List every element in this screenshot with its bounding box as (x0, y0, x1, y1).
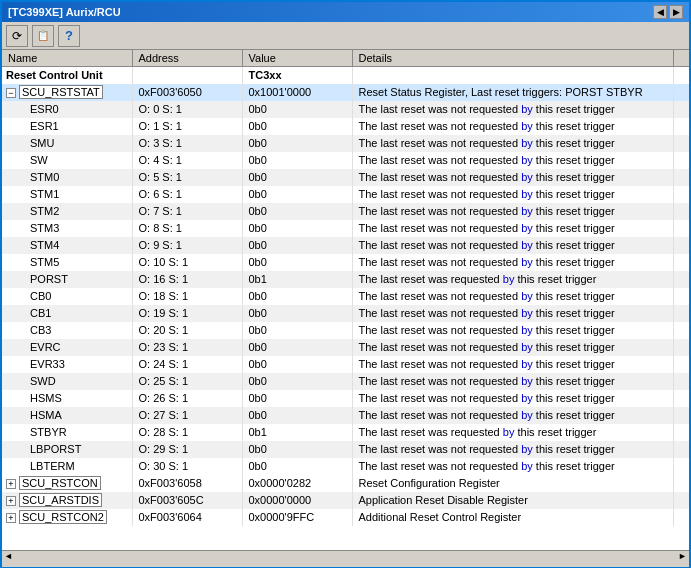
child-address: O: 23 S: 1 (132, 339, 242, 356)
child-spacer (673, 441, 689, 458)
child-value: 0b0 (242, 441, 352, 458)
table-row[interactable]: +SCU_RSTCON 0xF003'6058 0x0000'0282 Rese… (2, 475, 689, 492)
bottom-row-details: Additional Reset Control Register (352, 509, 673, 526)
group-address (132, 67, 242, 84)
table-row[interactable]: ESR0 O: 0 S: 1 0b0 The last reset was no… (2, 101, 689, 118)
child-name: SW (2, 152, 132, 169)
copy-button[interactable]: 📋 (32, 25, 54, 47)
help-button[interactable]: ? (58, 25, 80, 47)
table-row[interactable]: SWD O: 25 S: 1 0b0 The last reset was no… (2, 373, 689, 390)
header-address: Address (132, 50, 242, 67)
table-row[interactable]: CB1 O: 19 S: 1 0b0 The last reset was no… (2, 305, 689, 322)
scroll-right-icon[interactable]: ► (678, 551, 687, 561)
expand-icon[interactable]: + (6, 479, 16, 489)
by-text: by (521, 188, 533, 200)
scu-rststat-row[interactable]: −SCU_RSTSTAT 0xF003'6050 0x1001'0000 Res… (2, 84, 689, 101)
child-address: O: 20 S: 1 (132, 322, 242, 339)
scrollbar-track[interactable]: ◄ ► (2, 551, 689, 567)
expand-icon[interactable]: + (6, 513, 16, 523)
bottom-row-value: 0x0000'0282 (242, 475, 352, 492)
bottom-row-name: +SCU_RSTCON (2, 475, 132, 492)
collapse-icon[interactable]: − (6, 88, 16, 98)
expand-icon[interactable]: + (6, 496, 16, 506)
child-details: The last reset was not requested by this… (352, 169, 673, 186)
header-details: Details (352, 50, 673, 67)
child-spacer (673, 458, 689, 475)
table-row[interactable]: SW O: 4 S: 1 0b0 The last reset was not … (2, 152, 689, 169)
scu-rststat-address: 0xF003'6050 (132, 84, 242, 101)
bottom-row-value: 0x0000'0000 (242, 492, 352, 509)
refresh-button[interactable]: ⟳ (6, 25, 28, 47)
scu-rststat-value: 0x1001'0000 (242, 84, 352, 101)
by-text: by (521, 443, 533, 455)
child-value: 0b0 (242, 220, 352, 237)
child-name: EVRC (2, 339, 132, 356)
child-name: STM0 (2, 169, 132, 186)
by-text: by (521, 307, 533, 319)
child-spacer (673, 424, 689, 441)
child-details: The last reset was not requested by this… (352, 390, 673, 407)
by-text: by (521, 205, 533, 217)
horizontal-scrollbar[interactable]: ◄ ► (2, 550, 689, 566)
child-address: O: 1 S: 1 (132, 118, 242, 135)
by-text: by (521, 290, 533, 302)
child-value: 0b0 (242, 203, 352, 220)
child-address: O: 0 S: 1 (132, 101, 242, 118)
table-row[interactable]: STM3 O: 8 S: 1 0b0 The last reset was no… (2, 220, 689, 237)
child-spacer (673, 356, 689, 373)
toolbar: ⟳ 📋 ? (2, 22, 689, 50)
bottom-row-details: Reset Configuration Register (352, 475, 673, 492)
table-row[interactable]: LBPORST O: 29 S: 1 0b0 The last reset wa… (2, 441, 689, 458)
table-row[interactable]: CB0 O: 18 S: 1 0b0 The last reset was no… (2, 288, 689, 305)
table-row[interactable]: STM4 O: 9 S: 1 0b0 The last reset was no… (2, 237, 689, 254)
child-spacer (673, 118, 689, 135)
child-value: 0b0 (242, 288, 352, 305)
child-value: 0b0 (242, 169, 352, 186)
table-row[interactable]: CB3 O: 20 S: 1 0b0 The last reset was no… (2, 322, 689, 339)
table-row[interactable]: EVRC O: 23 S: 1 0b0 The last reset was n… (2, 339, 689, 356)
by-text: by (521, 460, 533, 472)
table-row[interactable]: STM1 O: 6 S: 1 0b0 The last reset was no… (2, 186, 689, 203)
child-spacer (673, 237, 689, 254)
child-address: O: 8 S: 1 (132, 220, 242, 237)
table-row[interactable]: STBYR O: 28 S: 1 0b1 The last reset was … (2, 424, 689, 441)
by-text: by (521, 171, 533, 183)
child-details: The last reset was not requested by this… (352, 407, 673, 424)
nav-forward-btn[interactable]: ▶ (669, 5, 683, 19)
child-address: O: 26 S: 1 (132, 390, 242, 407)
table-row[interactable]: PORST O: 16 S: 1 0b1 The last reset was … (2, 271, 689, 288)
table-header-row: Name Address Value Details (2, 50, 689, 67)
scroll-left-icon[interactable]: ◄ (4, 551, 13, 561)
child-details: The last reset was not requested by this… (352, 339, 673, 356)
child-address: O: 19 S: 1 (132, 305, 242, 322)
child-details: The last reset was not requested by this… (352, 152, 673, 169)
table-row[interactable]: +SCU_RSTCON2 0xF003'6064 0x0000'9FFC Add… (2, 509, 689, 526)
table-row[interactable]: HSMS O: 26 S: 1 0b0 The last reset was n… (2, 390, 689, 407)
child-value: 0b0 (242, 237, 352, 254)
child-name: EVR33 (2, 356, 132, 373)
register-table-container[interactable]: Name Address Value Details Reset Control… (2, 50, 689, 550)
table-row[interactable]: STM0 O: 5 S: 1 0b0 The last reset was no… (2, 169, 689, 186)
table-row[interactable]: LBTERM O: 30 S: 1 0b0 The last reset was… (2, 458, 689, 475)
table-row[interactable]: STM2 O: 7 S: 1 0b0 The last reset was no… (2, 203, 689, 220)
child-spacer (673, 288, 689, 305)
scu-rststat-name: −SCU_RSTSTAT (2, 84, 132, 101)
child-address: O: 5 S: 1 (132, 169, 242, 186)
table-row[interactable]: SMU O: 3 S: 1 0b0 The last reset was not… (2, 135, 689, 152)
child-address: O: 16 S: 1 (132, 271, 242, 288)
child-name: STM4 (2, 237, 132, 254)
child-details: The last reset was not requested by this… (352, 305, 673, 322)
table-row[interactable]: STM5 O: 10 S: 1 0b0 The last reset was n… (2, 254, 689, 271)
child-details: The last reset was not requested by this… (352, 441, 673, 458)
copy-icon: 📋 (37, 30, 49, 41)
table-row[interactable]: EVR33 O: 24 S: 1 0b0 The last reset was … (2, 356, 689, 373)
by-text: by (521, 358, 533, 370)
refresh-icon: ⟳ (12, 29, 22, 43)
child-spacer (673, 101, 689, 118)
table-row[interactable]: HSMA O: 27 S: 1 0b0 The last reset was n… (2, 407, 689, 424)
group-header-row: Reset Control Unit TC3xx (2, 67, 689, 84)
table-row[interactable]: +SCU_ARSTDIS 0xF003'605C 0x0000'0000 App… (2, 492, 689, 509)
child-address: O: 24 S: 1 (132, 356, 242, 373)
nav-back-btn[interactable]: ◀ (653, 5, 667, 19)
table-row[interactable]: ESR1 O: 1 S: 1 0b0 The last reset was no… (2, 118, 689, 135)
